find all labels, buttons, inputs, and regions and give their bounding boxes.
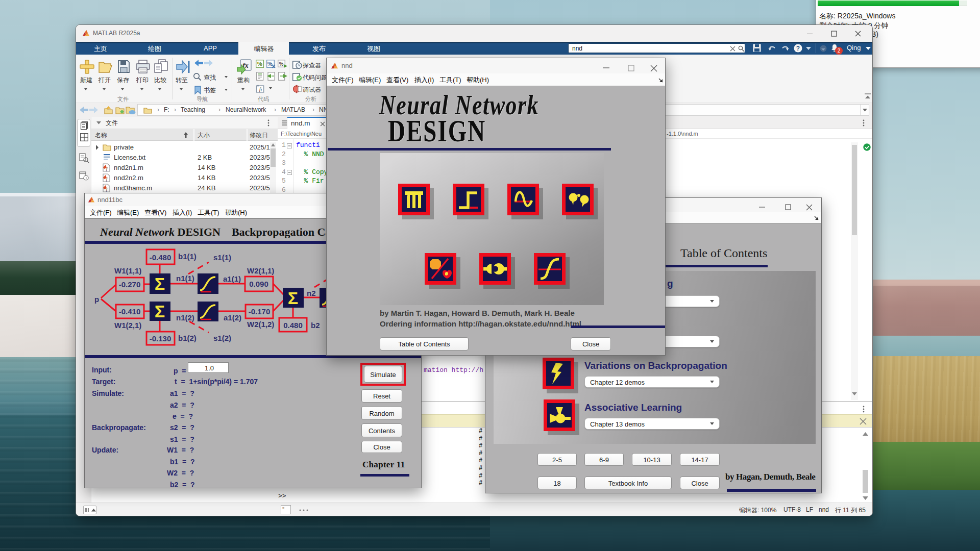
svg-text:a1(1): a1(1) <box>223 274 241 283</box>
svg-text:b1(2): b1(2) <box>178 334 197 342</box>
svg-text:-0.130: -0.130 <box>150 334 172 343</box>
svg-text:a1(2): a1(2) <box>224 313 241 322</box>
svg-text:0.090: 0.090 <box>249 280 268 288</box>
svg-text:?: ? <box>796 45 800 52</box>
svg-text:fi: fi <box>259 87 262 92</box>
svg-text:%: % <box>267 61 273 67</box>
svg-text:b2: b2 <box>311 321 320 330</box>
svg-text:%: % <box>257 61 262 67</box>
svg-text:-0.410: -0.410 <box>119 307 141 316</box>
svg-text:0.480: 0.480 <box>283 321 303 330</box>
svg-text:b1(1): b1(1) <box>178 252 197 261</box>
svg-text:-0.270: -0.270 <box>119 280 141 289</box>
svg-text:%: % <box>279 61 284 67</box>
svg-text:W1(1,1): W1(1,1) <box>114 266 141 275</box>
svg-text:-0.480: -0.480 <box>150 253 172 262</box>
svg-text:p: p <box>94 295 99 304</box>
svg-text:W2(1,2): W2(1,2) <box>247 320 274 329</box>
svg-text:s1(2): s1(2) <box>213 334 231 342</box>
svg-text:n2: n2 <box>307 289 316 297</box>
svg-text:s1(1): s1(1) <box>213 253 231 262</box>
svg-text:W1(2,1): W1(2,1) <box>114 321 141 330</box>
svg-text:n1(1): n1(1) <box>176 274 194 283</box>
svg-text:W2(1,1): W2(1,1) <box>247 266 274 275</box>
svg-text:-0.170: -0.170 <box>249 307 271 316</box>
svg-text:Σ: Σ <box>155 302 165 321</box>
svg-text:Σ: Σ <box>288 288 298 308</box>
svg-text:n1(2): n1(2) <box>176 313 194 322</box>
svg-text:Σ: Σ <box>155 274 165 293</box>
